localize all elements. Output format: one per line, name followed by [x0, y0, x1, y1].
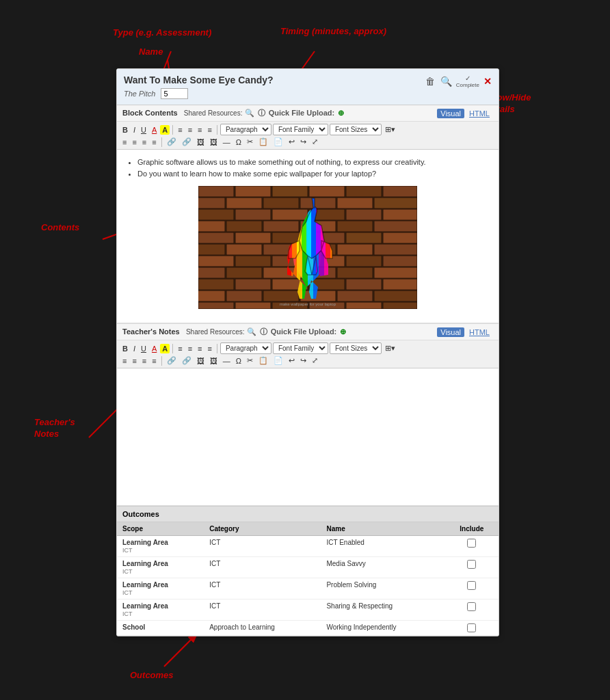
include-checkbox[interactable] [467, 581, 476, 590]
indent-btn[interactable]: ≡ [150, 137, 158, 147]
teachers-align-center-btn[interactable]: ≡ [186, 344, 194, 353]
teachers-unlink-btn[interactable]: 🔗 [180, 355, 194, 366]
teachers-undo-btn[interactable]: ↩ [287, 355, 297, 366]
underline-btn[interactable]: U [139, 125, 148, 135]
teachers-notes-content[interactable] [117, 368, 499, 505]
visual-tab[interactable]: Visual [437, 109, 464, 118]
paste-btn[interactable]: 📄 [271, 137, 285, 147]
include-checkbox[interactable] [467, 539, 476, 548]
teachers-highlight-btn[interactable]: A [160, 344, 170, 353]
bold-btn[interactable]: B [120, 125, 130, 135]
quick-file-upload-label[interactable]: Quick File Upload: [269, 109, 335, 117]
teachers-table-btn[interactable]: ⊞▾ [383, 343, 397, 353]
include-cell [445, 600, 499, 621]
font-color-btn[interactable]: A [150, 125, 159, 135]
timing-input[interactable] [161, 88, 188, 99]
teachers-font-color-btn[interactable]: A [150, 344, 159, 353]
teachers-upload-add-icon[interactable]: ⊕ [340, 327, 346, 336]
teachers-font-sizes-dropdown[interactable]: Font Sizes [330, 342, 382, 354]
teachers-justify-btn[interactable]: ≡ [206, 344, 214, 353]
teachers-info-icon[interactable]: ⓘ [260, 327, 267, 336]
fullscreen-btn[interactable]: ⤢ [310, 137, 320, 147]
teachers-ul-btn[interactable]: ≡ [120, 356, 129, 366]
type-annotation: Type (e.g. Assessment) [113, 27, 211, 38]
teachers-resources-icon[interactable]: 🔍 [247, 327, 256, 336]
complete-button[interactable]: ✓ Complete [456, 75, 479, 88]
svg-rect-67 [337, 291, 373, 301]
teachers-paragraph-dropdown[interactable]: Paragraph [220, 342, 271, 354]
teachers-quick-upload[interactable]: Quick File Upload: [271, 327, 337, 336]
svg-rect-31 [337, 221, 373, 232]
paragraph-dropdown[interactable]: Paragraph [220, 124, 271, 135]
svg-rect-23 [272, 209, 308, 220]
page-container: Type (e.g. Assessment) Name Timing (minu… [14, 14, 596, 700]
teachers-fullscreen-btn[interactable]: ⤢ [310, 355, 320, 366]
link-btn[interactable]: 🔗 [165, 137, 178, 147]
font-sizes-dropdown[interactable]: Font Sizes [330, 124, 382, 135]
svg-rect-13 [346, 186, 382, 197]
close-icon[interactable]: ✕ [482, 75, 493, 88]
teachers-image-btn[interactable]: 🖼 [195, 356, 207, 366]
sep2 [217, 125, 217, 135]
unlink-btn[interactable]: 🔗 [180, 137, 194, 147]
media-btn[interactable]: 🖼 [208, 137, 220, 147]
svg-rect-27 [198, 221, 225, 232]
teachers-visual-tab[interactable]: Visual [437, 327, 464, 337]
svg-rect-32 [374, 221, 417, 232]
redo-btn[interactable]: ↪ [298, 137, 308, 147]
table-btn[interactable]: ⊞▾ [383, 124, 397, 135]
svg-rect-65 [263, 291, 299, 301]
teachers-italic-btn[interactable]: I [131, 344, 137, 353]
include-checkbox[interactable] [467, 602, 476, 611]
teachers-html-tab[interactable]: HTML [466, 327, 493, 337]
info-icon[interactable]: ⓘ [258, 109, 265, 117]
block-editor-content[interactable]: Graphic software allows us to make somet… [117, 150, 499, 323]
align-right-btn[interactable]: ≡ [196, 125, 204, 135]
justify-btn[interactable]: ≡ [206, 125, 214, 135]
scope-cell: School [117, 621, 204, 636]
table-row: Learning AreaICTICTICT Enabled [117, 536, 499, 557]
teachers-indent-btn[interactable]: ≡ [150, 356, 158, 366]
align-left-btn[interactable]: ≡ [176, 125, 184, 135]
teachers-redo-btn[interactable]: ↪ [298, 355, 308, 366]
svg-rect-22 [235, 209, 271, 220]
teachers-underline-btn[interactable]: U [139, 344, 148, 353]
teachers-link-btn[interactable]: 🔗 [165, 355, 178, 366]
teachers-media-btn[interactable]: 🖼 [208, 356, 220, 366]
include-checkbox[interactable] [467, 623, 476, 632]
teachers-ol-btn[interactable]: ≡ [130, 356, 138, 366]
teachers-paste-btn[interactable]: 📄 [271, 355, 285, 366]
teachers-special-char-btn[interactable]: Ω [234, 356, 243, 366]
shared-resources-icon[interactable]: 🔍 [245, 109, 254, 117]
include-checkbox[interactable] [467, 560, 476, 569]
main-card: Want To Make Some Eye Candy? The Pitch 🗑… [116, 68, 499, 636]
teachers-align-left-btn[interactable]: ≡ [176, 344, 184, 353]
teachers-outdent-btn[interactable]: ≡ [140, 356, 148, 366]
italic-btn[interactable]: I [131, 125, 137, 135]
outdent-btn[interactable]: ≡ [140, 137, 148, 147]
teachers-align-right-btn[interactable]: ≡ [196, 344, 204, 353]
ol-btn[interactable]: ≡ [130, 137, 138, 147]
undo-btn[interactable]: ↩ [287, 137, 297, 147]
copy-btn[interactable]: 📋 [256, 137, 270, 147]
delete-icon[interactable]: 🗑 [424, 75, 436, 88]
scope-cell: Learning AreaICT [117, 578, 204, 600]
image-btn[interactable]: 🖼 [195, 137, 207, 147]
teachers-hr-btn[interactable]: — [221, 356, 233, 366]
font-family-dropdown[interactable]: Font Family [273, 124, 328, 135]
special-char-btn[interactable]: Ω [234, 137, 243, 147]
teachers-cut-btn[interactable]: ✂ [245, 355, 255, 366]
teachers-font-family-dropdown[interactable]: Font Family [273, 342, 328, 354]
col-category: Category [204, 522, 321, 536]
ul-btn[interactable]: ≡ [120, 137, 129, 147]
cut-btn[interactable]: ✂ [245, 137, 255, 147]
align-center-btn[interactable]: ≡ [186, 125, 194, 135]
search-icon[interactable]: 🔍 [439, 75, 453, 88]
quick-file-add-icon[interactable]: ⊕ [338, 109, 344, 117]
teachers-bold-btn[interactable]: B [120, 344, 130, 353]
teachers-copy-btn[interactable]: 📋 [256, 355, 270, 366]
svg-rect-11 [272, 186, 308, 197]
html-tab[interactable]: HTML [466, 109, 493, 118]
highlight-btn[interactable]: A [160, 125, 170, 135]
hr-btn[interactable]: — [221, 137, 233, 147]
